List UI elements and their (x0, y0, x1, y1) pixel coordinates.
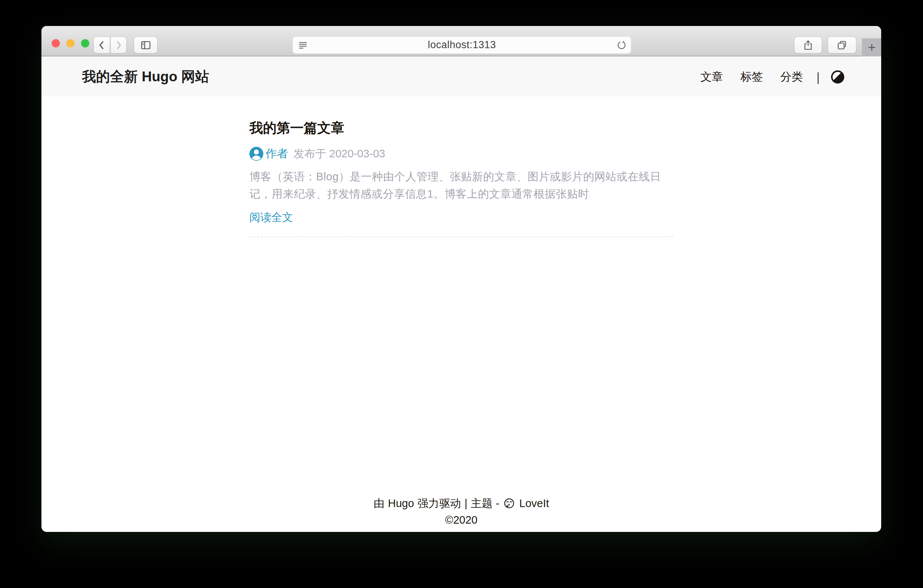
tab-overview-icon (836, 39, 847, 51)
sidebar-toggle-button[interactable] (134, 36, 158, 54)
hugo-link[interactable]: Hugo (388, 495, 414, 512)
new-tab-button[interactable] (862, 38, 881, 56)
nav-divider: | (817, 70, 820, 84)
page-footer: 由 Hugo 强力驱动 | 主题 - LoveIt ©2020 (41, 495, 881, 528)
post-summary: 博客（英语：Blog）是一种由个人管理、张贴新的文章、图片或影片的网站或在线日记… (250, 168, 673, 203)
post-meta: 作者 发布于 2020-03-03 (250, 146, 673, 162)
powered-suffix: 强力驱动 (417, 495, 461, 512)
kissing-face-icon (503, 498, 515, 509)
nav-item-posts[interactable]: 文章 (700, 69, 723, 85)
plus-icon (867, 43, 877, 52)
address-bar[interactable]: localhost:1313 (292, 36, 631, 54)
sidebar-icon (140, 40, 151, 51)
post-title[interactable]: 我的第一篇文章 (250, 120, 673, 136)
site-header: 我的全新 Hugo 网站 文章 标签 分类 | (41, 57, 881, 97)
post-divider (250, 236, 673, 237)
reader-view-icon[interactable] (297, 40, 308, 51)
powered-prefix: 由 (374, 495, 384, 512)
header-nav: 文章 标签 分类 | (683, 69, 844, 85)
share-button[interactable] (794, 36, 822, 54)
site-title[interactable]: 我的全新 Hugo 网站 (82, 67, 209, 86)
publish-label: 发布于 (294, 147, 326, 160)
back-button[interactable] (94, 36, 110, 54)
traffic-light-close-button[interactable] (52, 39, 60, 47)
read-more-link[interactable]: 阅读全文 (250, 210, 293, 225)
footer-powered-line: 由 Hugo 强力驱动 | 主题 - LoveIt (41, 495, 881, 512)
tab-overview-button[interactable] (828, 36, 856, 54)
forward-button[interactable] (110, 36, 126, 54)
copyright-text: ©2020 (41, 512, 881, 528)
forward-icon (113, 40, 124, 51)
desktop-background: localhost:1313 (0, 0, 923, 588)
publish-info: 发布于 2020-03-03 (294, 146, 385, 162)
browser-toolbar: localhost:1313 (41, 26, 881, 56)
nav-item-categories[interactable]: 分类 (780, 69, 803, 85)
post-card: 我的第一篇文章 作者 发布于 2020-03-03 博客（英语：Blog）是一种… (250, 97, 673, 237)
main-content: 我的第一篇文章 作者 发布于 2020-03-03 博客（英语：Blog）是一种… (41, 97, 881, 237)
reload-button[interactable] (616, 39, 627, 51)
url-text: localhost:1313 (293, 39, 631, 51)
footer-pipe: | (465, 495, 468, 512)
share-icon (802, 39, 814, 51)
traffic-light-minimize-button[interactable] (66, 39, 75, 47)
nav-item-tags[interactable]: 标签 (740, 69, 763, 85)
author-link[interactable]: 作者 (266, 146, 288, 162)
theme-toggle-icon[interactable] (831, 70, 844, 84)
post-date: 2020-03-03 (329, 147, 385, 160)
traffic-light-zoom-button[interactable] (81, 39, 89, 47)
loveit-link[interactable]: LoveIt (519, 495, 549, 512)
author-avatar-icon[interactable] (250, 147, 263, 161)
browser-window: localhost:1313 (41, 26, 881, 532)
back-icon (97, 40, 107, 51)
theme-prefix: 主题 - (471, 495, 499, 512)
